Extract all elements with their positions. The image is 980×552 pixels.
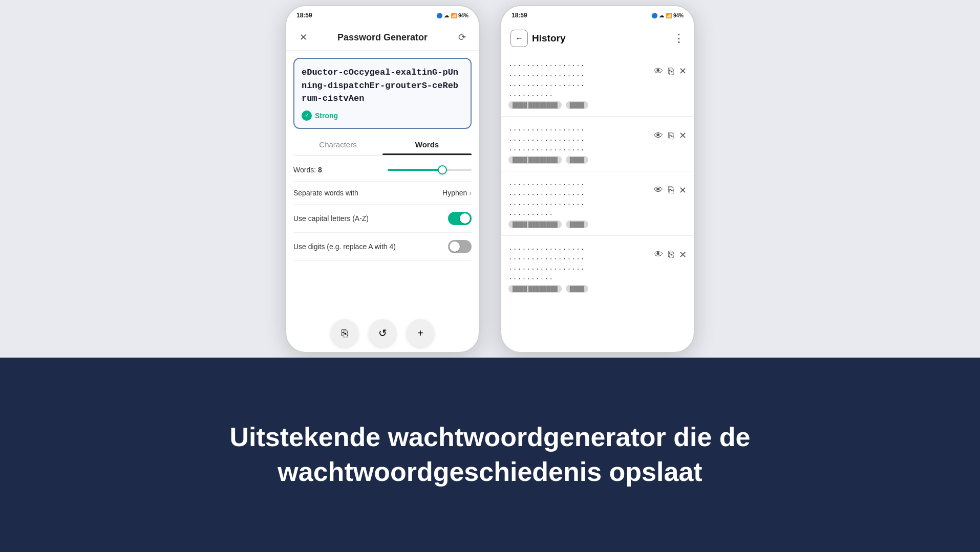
close-button[interactable]: ✕ <box>295 30 311 45</box>
copy-button-1[interactable]: ⎘ <box>668 66 674 77</box>
close-icon: ✕ <box>300 32 307 43</box>
history-item: ................. ................. ....… <box>501 117 694 171</box>
words-slider-track[interactable] <box>388 169 472 171</box>
view-button-1[interactable]: 👁 <box>654 66 663 77</box>
words-count-value: 8 <box>318 166 322 174</box>
history-title: History <box>532 33 673 44</box>
meta-tag-2a: ████ ████████ <box>508 156 562 164</box>
digits-row: Use digits (e.g. replace A with 4) <box>293 233 472 261</box>
right-phone: 18:59 🔵 ☁ 📶 94% ← History ⋮ <box>500 5 695 353</box>
history-password-dots-3: ................. ................. ....… <box>508 179 650 218</box>
history-actions-1: 👁 ⎘ ✕ <box>654 65 687 77</box>
digits-label: Use digits (e.g. replace A with 4) <box>293 242 448 251</box>
bottom-banner: Uitstekende wachtwoordgenerator die de w… <box>0 358 980 552</box>
toggle-knob-capital <box>460 213 470 224</box>
history-item: ................. ................. ....… <box>501 236 694 300</box>
tab-words[interactable]: Words <box>382 134 472 155</box>
back-icon: ← <box>515 34 523 43</box>
add-button[interactable]: + <box>407 319 434 347</box>
meta-tag-4b: ████ <box>566 285 588 293</box>
copy-button-3[interactable]: ⎘ <box>668 185 674 195</box>
r-bluetooth-icon: 🔵 <box>651 13 657 18</box>
bluetooth-icon: 🔵 <box>436 13 442 18</box>
left-time: 18:59 <box>296 12 312 19</box>
left-phone: 18:59 🔵 ☁ 📶 94% ✕ Password Generator ⟳ <box>285 5 480 353</box>
copy-button[interactable]: ⎘ <box>331 319 358 347</box>
words-slider-container <box>382 169 472 171</box>
signal-icon: 📶 <box>451 13 457 18</box>
battery-label: 94% <box>458 13 468 18</box>
history-meta-3: ████ ████████ ████ <box>508 220 650 228</box>
words-count-label: Words: 8 <box>293 166 382 174</box>
history-item: ................. ................. ....… <box>501 52 694 117</box>
slider-fill <box>388 169 442 171</box>
left-status-icons: 🔵 ☁ 📶 94% <box>436 13 468 18</box>
digits-toggle[interactable] <box>448 240 472 253</box>
history-password-dots-2: ................. ................. ....… <box>508 124 650 154</box>
view-button-2[interactable]: 👁 <box>654 130 663 141</box>
toggle-knob-digits <box>450 241 460 252</box>
history-actions-2: 👁 ⎘ ✕ <box>654 130 687 141</box>
copy-button-2[interactable]: ⎘ <box>668 130 674 141</box>
words-count-row: Words: 8 <box>293 159 472 182</box>
copy-button-4[interactable]: ⎘ <box>668 249 674 260</box>
back-button[interactable]: ← <box>510 30 528 47</box>
banner-text: Uitstekende wachtwoordgenerator die de w… <box>229 420 750 489</box>
pg-header: ✕ Password Generator ⟳ <box>286 25 479 51</box>
history-screen: ← History ⋮ ................. ..........… <box>501 25 694 352</box>
hyphen-label: Hyphen <box>442 189 467 197</box>
password-display-box: eDuctor-cOccygeal-exaltinG-pUnning-dispa… <box>293 58 472 129</box>
history-item-content-3: ................. ................. ....… <box>508 179 650 228</box>
add-icon: + <box>417 327 423 339</box>
pg-action-buttons: ⎘ ↺ + <box>286 319 479 347</box>
slider-thumb[interactable] <box>438 165 447 174</box>
history-actions-4: 👁 ⎘ ✕ <box>654 249 687 260</box>
delete-button-1[interactable]: ✕ <box>679 65 687 77</box>
history-actions-3: 👁 ⎘ ✕ <box>654 185 687 196</box>
capital-letters-row: Use capital letters (A-Z) <box>293 205 472 233</box>
phone-notch-left <box>357 6 408 20</box>
password-generator-screen: ✕ Password Generator ⟳ eDuctor-cOccygeal… <box>286 25 479 352</box>
history-meta-2: ████ ████████ ████ <box>508 156 650 164</box>
capital-letters-toggle[interactable] <box>448 212 472 225</box>
r-battery-label: 94% <box>673 13 684 18</box>
delete-button-2[interactable]: ✕ <box>679 130 687 141</box>
history-item-content-1: ................. ................. ....… <box>508 59 650 109</box>
meta-tag-2b: ████ <box>566 156 588 164</box>
r-wifi-icon: ☁ <box>659 13 664 18</box>
tab-characters-label: Characters <box>319 140 356 149</box>
strength-label: Strong <box>315 112 338 120</box>
view-button-3[interactable]: 👁 <box>654 185 663 195</box>
meta-tag-3a: ████ ████████ <box>508 220 562 228</box>
password-strength-row: ✓ Strong <box>302 111 463 121</box>
strength-check-icon: ✓ <box>302 111 312 121</box>
history-button[interactable]: ⟳ <box>454 30 470 45</box>
phones-area: 18:59 🔵 ☁ 📶 94% ✕ Password Generator ⟳ <box>0 0 980 358</box>
history-meta-1: ████ ████████ ████ <box>508 101 650 109</box>
phone-notch-right <box>572 6 623 20</box>
tab-characters[interactable]: Characters <box>293 134 382 155</box>
banner-line2: wachtwoordgeschiedenis opslaat <box>278 457 702 487</box>
delete-button-3[interactable]: ✕ <box>679 185 687 196</box>
settings-area: Words: 8 Separate words with Hyphen <box>286 156 479 264</box>
delete-button-4[interactable]: ✕ <box>679 249 687 260</box>
separate-words-value[interactable]: Hyphen › <box>442 189 472 197</box>
more-icon: ⋮ <box>673 32 685 45</box>
refresh-icon: ↺ <box>378 327 387 339</box>
separate-words-row[interactable]: Separate words with Hyphen › <box>293 182 472 205</box>
wifi-icon: ☁ <box>444 13 449 18</box>
right-status-icons: 🔵 ☁ 📶 94% <box>651 13 684 18</box>
chevron-right-icon: › <box>469 189 472 197</box>
refresh-button[interactable]: ↺ <box>369 319 396 347</box>
meta-tag-1b: ████ <box>566 101 588 109</box>
tab-words-label: Words <box>415 140 439 149</box>
history-item: ................. ................. ....… <box>501 171 694 236</box>
capital-letters-label: Use capital letters (A-Z) <box>293 214 448 223</box>
history-list: ................. ................. ....… <box>501 52 694 349</box>
history-header: ← History ⋮ <box>501 25 694 52</box>
more-options-button[interactable]: ⋮ <box>673 32 685 45</box>
copy-icon: ⎘ <box>342 327 348 339</box>
right-time: 18:59 <box>512 12 527 19</box>
view-button-4[interactable]: 👁 <box>654 249 663 260</box>
meta-tag-3b: ████ <box>566 220 588 228</box>
